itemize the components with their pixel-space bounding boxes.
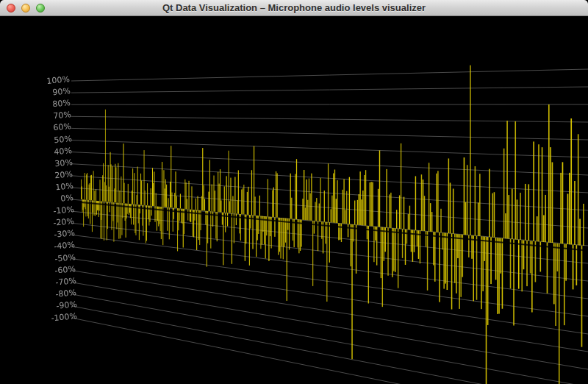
window-title: Qt Data Visualization – Microphone audio… bbox=[162, 2, 426, 13]
chart-area: 100%90%80%70%60%50%40%30%20%10%0%-10%-20… bbox=[0, 16, 588, 384]
zoom-button[interactable] bbox=[36, 4, 45, 13]
app-window: Qt Data Visualization – Microphone audio… bbox=[0, 0, 588, 384]
close-button[interactable] bbox=[7, 4, 15, 13]
audio-waveform-canvas[interactable] bbox=[0, 16, 588, 384]
minimize-button[interactable] bbox=[21, 4, 30, 13]
window-controls bbox=[7, 0, 45, 15]
titlebar[interactable]: Qt Data Visualization – Microphone audio… bbox=[0, 0, 588, 16]
